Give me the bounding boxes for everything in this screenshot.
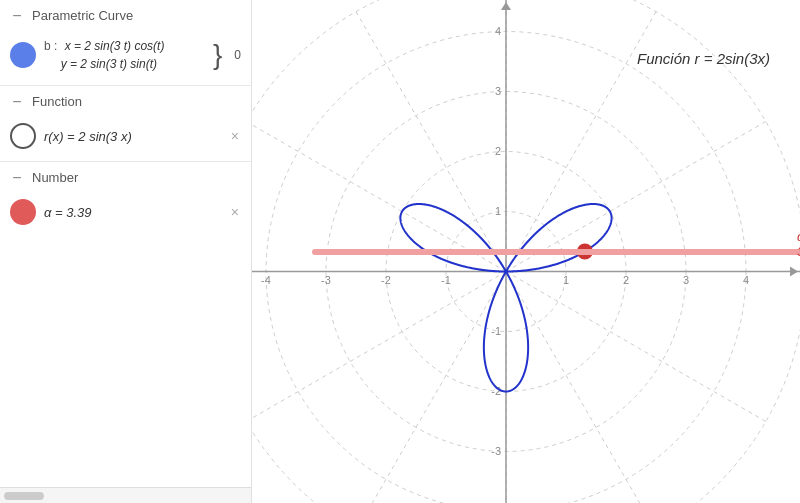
function-color-circle [10, 123, 36, 149]
graph-function-label: Función r = 2sin(3x) [637, 50, 770, 67]
parametric-header[interactable]: − Parametric Curve [0, 0, 251, 31]
b-label: b : [44, 39, 57, 53]
parametric-collapse-icon: − [10, 9, 24, 23]
number-section: − Number α = 3.39 × [0, 162, 251, 237]
function-collapse-icon: − [10, 95, 24, 109]
number-row: α = 3.39 × [0, 193, 251, 231]
parametric-title: Parametric Curve [32, 8, 133, 23]
function-header[interactable]: − Function [0, 86, 251, 117]
number-color-circle [10, 199, 36, 225]
graph-label-text: Función r = 2sin(3x) [637, 50, 770, 67]
curly-brace: } [213, 41, 222, 69]
function-section: − Function r(x) = 2 sin(3 x) × [0, 86, 251, 162]
number-header[interactable]: − Number [0, 162, 251, 193]
parametric-formula: b : x = 2 sin(3 t) cos(t) y = 2 sin(3 t)… [44, 37, 203, 73]
parametric-eq2: y = 2 sin(3 t) sin(t) [61, 57, 157, 71]
number-value: α = 3.39 [44, 205, 221, 220]
scrollbar-thumb [4, 492, 44, 500]
zero-label: 0 [234, 48, 241, 62]
function-formula: r(x) = 2 sin(3 x) [44, 129, 221, 144]
number-collapse-icon: − [10, 171, 24, 185]
number-close-button[interactable]: × [229, 202, 241, 222]
function-close-button[interactable]: × [229, 126, 241, 146]
function-title: Function [32, 94, 82, 109]
parametric-eq1: x = 2 sin(3 t) cos(t) [65, 39, 165, 53]
alpha-slider-track[interactable] [312, 249, 800, 255]
number-title: Number [32, 170, 78, 185]
parametric-section: − Parametric Curve b : x = 2 sin(3 t) co… [0, 0, 251, 86]
graph-area: α = 3.39 Función r = 2sin(3x) [252, 0, 800, 503]
sidebar: − Parametric Curve b : x = 2 sin(3 t) co… [0, 0, 252, 503]
parametric-row: b : x = 2 sin(3 t) cos(t) y = 2 sin(3 t)… [0, 31, 251, 79]
parametric-color-circle [10, 42, 36, 68]
function-row: r(x) = 2 sin(3 x) × [0, 117, 251, 155]
sidebar-scrollbar[interactable] [0, 487, 251, 503]
